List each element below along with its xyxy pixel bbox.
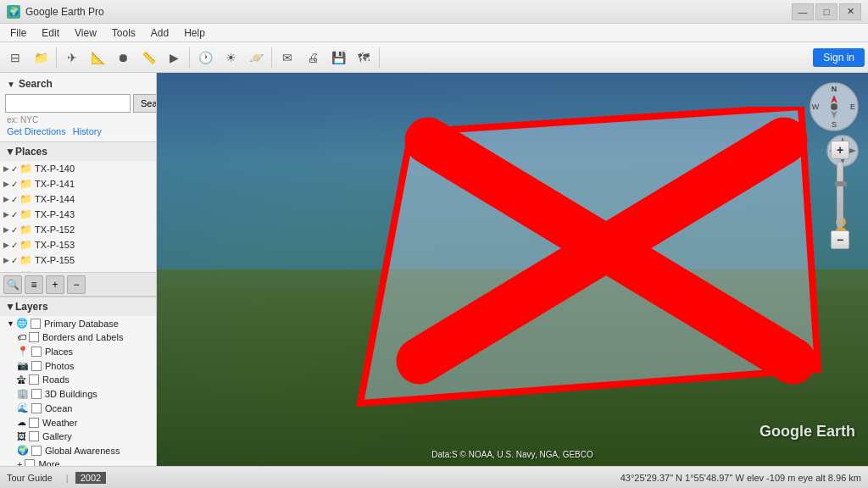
list-item[interactable]: 🏢3D Buildings [0, 386, 156, 401]
places-add-btn[interactable]: + [46, 275, 64, 294]
folder-icon: 📁 [19, 193, 32, 205]
tb-separator-1 [56, 47, 57, 68]
list-item[interactable]: ▶✓📁TX-P-152 [0, 222, 156, 237]
places-header[interactable]: ▼ Places [0, 142, 156, 161]
list-item[interactable]: +More [0, 458, 156, 466]
tb-ruler[interactable]: 📏 [136, 46, 160, 69]
layer-checkbox[interactable] [29, 374, 39, 385]
search-input[interactable] [5, 94, 131, 113]
svg-text:W: W [812, 103, 820, 111]
history-link[interactable]: History [73, 126, 102, 136]
tb-save-image[interactable]: 💾 [326, 46, 350, 69]
list-item[interactable]: ▶✓📁TX-P-144 [0, 191, 156, 207]
zoom-in-button[interactable]: + [831, 141, 849, 159]
tb-fly-to[interactable]: ✈ [60, 46, 84, 69]
folder-icon: 📁 [19, 163, 32, 175]
layer-label: 3D Buildings [45, 389, 97, 399]
layer-label: Primary Database [44, 319, 119, 329]
get-directions-link[interactable]: Get Directions [7, 126, 66, 136]
tb-planets[interactable]: 🪐 [244, 46, 268, 69]
list-item[interactable]: 🏷Borders and Labels [0, 330, 156, 344]
layer-icon: 📍 [17, 346, 29, 357]
list-item[interactable]: ▶✓📁TX-P-141 [0, 176, 156, 191]
item-check: ✓ [11, 256, 18, 265]
layer-checkbox[interactable] [31, 389, 42, 399]
tour-guide[interactable]: Tour Guide [7, 473, 53, 483]
tb-historical[interactable]: 🕐 [193, 46, 217, 69]
list-item[interactable]: 🌊Ocean [0, 401, 156, 415]
item-check: ✓ [11, 210, 18, 219]
layer-checkbox[interactable] [29, 431, 39, 441]
layer-checkbox[interactable] [29, 332, 39, 342]
tb-separator-3 [271, 47, 272, 68]
search-header[interactable]: ▼ Search [3, 76, 153, 92]
item-arrow: ▶ [3, 180, 9, 188]
zoom-handle[interactable] [835, 181, 847, 186]
places-delete-btn[interactable]: − [67, 275, 86, 294]
map-area[interactable]: N S W E [157, 73, 868, 466]
item-label: TX-P-144 [35, 194, 75, 204]
tb-record[interactable]: ⏺ [111, 46, 135, 69]
menu-edit[interactable]: Edit [35, 25, 66, 41]
tb-print[interactable]: 🖨 [301, 46, 325, 69]
places-list-btn[interactable]: ≡ [25, 275, 43, 294]
menu-file[interactable]: File [3, 25, 33, 41]
places-search-btn[interactable]: 🔍 [3, 275, 22, 294]
tb-email[interactable]: ✉ [275, 46, 299, 69]
tb-sun[interactable]: ☀ [219, 46, 242, 69]
tb-tour[interactable]: ▶ [162, 46, 186, 69]
layer-icon: 🏷 [17, 332, 26, 342]
list-item[interactable]: 📍Places [0, 344, 156, 358]
layer-icon: + [17, 459, 22, 466]
list-item[interactable]: 🛣Roads [0, 373, 156, 386]
maximize-button[interactable]: □ [815, 3, 837, 20]
item-label: TX-P-141 [35, 179, 75, 189]
list-item[interactable]: 🖼Gallery [0, 430, 156, 443]
list-item[interactable]: ▶✓📁TX-P-153 [0, 237, 156, 252]
menu-help[interactable]: Help [177, 25, 212, 41]
search-placeholder-text: ex: NYC [3, 115, 153, 125]
layer-icon: 🏢 [17, 388, 29, 399]
nav-compass[interactable]: N S W E [809, 81, 860, 132]
places-title: Places [15, 146, 47, 158]
list-item[interactable]: ☁Weather [0, 415, 156, 430]
layer-checkbox[interactable] [31, 347, 42, 357]
list-item[interactable]: 📷Photos [0, 358, 156, 373]
layer-arrow: ▼ [7, 319, 14, 328]
signin-button[interactable]: Sign in [813, 48, 865, 67]
layer-checkbox[interactable] [31, 361, 42, 371]
tb-show-places[interactable]: 📁 [29, 46, 53, 69]
item-check: ✓ [11, 241, 18, 250]
list-item[interactable]: ▶✓📁TX-P-140 [0, 161, 156, 176]
places-section: ▼ Places ▶✓📁TX-P-140▶✓📁TX-P-141▶✓📁TX-P-1… [0, 142, 156, 297]
layer-checkbox[interactable] [31, 403, 42, 413]
layers-section: ▼ Layers ▼🌐Primary Database🏷Borders and … [0, 297, 156, 466]
menu-view[interactable]: View [68, 25, 103, 41]
list-item[interactable]: ▶✓📁TX-P-143 [0, 207, 156, 222]
layer-icon: 🌍 [17, 445, 29, 456]
list-item[interactable]: ▼🌐Primary Database [0, 316, 156, 330]
close-button[interactable]: ✕ [839, 3, 861, 20]
item-arrow: ▶ [3, 256, 9, 264]
tb-separator-2 [189, 47, 190, 68]
layers-header[interactable]: ▼ Layers [0, 297, 156, 316]
layer-checkbox[interactable] [29, 418, 39, 428]
zoom-out-button[interactable]: − [831, 230, 849, 249]
minimize-button[interactable]: — [792, 3, 814, 20]
tb-draw-path[interactable]: 📐 [86, 46, 109, 69]
left-panel: ▼ Search Search ex: NYC Get Directions H… [0, 73, 157, 466]
layer-icon: ☁ [17, 417, 26, 428]
zoom-slider[interactable] [837, 161, 843, 229]
year-indicator: 2002 [75, 472, 106, 484]
menu-add[interactable]: Add [144, 25, 175, 41]
menu-tools[interactable]: Tools [105, 25, 142, 41]
layer-checkbox[interactable] [25, 459, 35, 466]
tb-map-options[interactable]: 🗺 [352, 46, 376, 69]
list-item[interactable]: 🌍Global Awareness [0, 443, 156, 458]
layer-checkbox[interactable] [31, 319, 41, 329]
search-button[interactable]: Search [133, 94, 157, 113]
tb-show-sidebar[interactable]: ⊟ [3, 46, 27, 69]
layer-checkbox[interactable] [31, 446, 42, 456]
folder-icon: 📁 [19, 254, 32, 266]
list-item[interactable]: ▶✓📁TX-P-155 [0, 252, 156, 268]
